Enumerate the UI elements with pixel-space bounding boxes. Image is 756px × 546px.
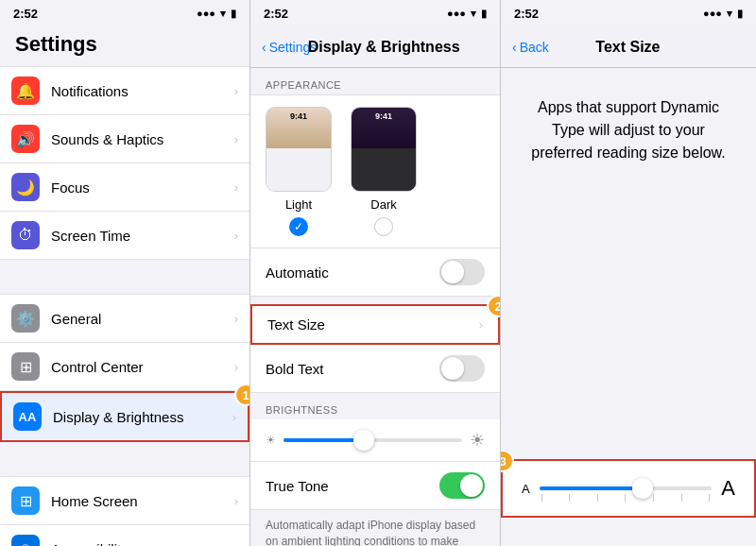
appearance-option-light[interactable]: 9:41 Light ✓ (266, 107, 332, 236)
sidebar-item-sounds[interactable]: 🔊 Sounds & Haptics › (0, 115, 249, 163)
status-icons-1: ●●● ▾ ▮ (197, 8, 236, 20)
step1-badge: 1 (234, 384, 249, 406)
text-slider-fill (540, 486, 644, 490)
appearance-container: 9:41 Light ✓ 9:41 Dark (250, 94, 500, 248)
text-size-row-wrapper: Text Size › 2 (250, 304, 500, 345)
battery-icon-3: ▮ (737, 8, 743, 20)
appearance-section-header: APPEARANCE (250, 68, 500, 94)
text-size-description: Apps that support Dynamic Type will adju… (501, 68, 756, 183)
appearance-option-dark[interactable]: 9:41 Dark (351, 107, 417, 236)
brightness-high-icon: ☀ (470, 430, 485, 451)
text-size-row[interactable]: Text Size › (250, 304, 500, 345)
battery-icon: ▮ (231, 8, 236, 20)
automatic-toggle[interactable] (439, 259, 485, 285)
dark-preview: 9:41 (351, 107, 417, 192)
chevron-icon: › (234, 132, 238, 146)
chevron-icon: › (234, 229, 238, 243)
status-icons-3: ●●● ▾ ▮ (703, 8, 743, 20)
panel2-scroll: APPEARANCE 9:41 Light ✓ 9:41 Dark (250, 68, 500, 546)
tick-5 (653, 494, 654, 502)
screen-time-label: Screen Time (51, 228, 234, 244)
panel2-nav: ‹ Settings Display & Brightness (250, 26, 500, 68)
sidebar-item-screen-time[interactable]: ⏱ Screen Time › (0, 212, 249, 260)
display-label: Display & Brightness (53, 409, 232, 425)
notifications-icon: 🔔 (11, 77, 40, 105)
general-icon: ⚙️ (11, 304, 40, 333)
light-preview: 9:41 (266, 107, 332, 192)
toggle-thumb (441, 261, 464, 283)
time-2: 2:52 (264, 7, 288, 21)
group-divider (0, 260, 249, 294)
chevron-icon: › (234, 494, 238, 508)
true-tone-toggle[interactable] (439, 472, 485, 499)
automatic-row[interactable]: Automatic (250, 248, 500, 297)
tick-2 (569, 494, 570, 502)
tick-4 (625, 494, 626, 502)
settings-title: Settings (0, 26, 249, 66)
notifications-label: Notifications (51, 83, 234, 99)
light-label: Light (285, 197, 312, 212)
sidebar-item-focus[interactable]: 🌙 Focus › (0, 163, 249, 212)
general-label: General (51, 311, 234, 327)
light-selection-dot: ✓ (289, 217, 308, 236)
time-1: 2:52 (13, 7, 38, 21)
battery-icon-2: ▮ (481, 8, 487, 20)
sidebar-item-notifications[interactable]: 🔔 Notifications › (0, 66, 249, 115)
status-bar-3: 2:52 ●●● ▾ ▮ (501, 0, 756, 26)
text-size-slider-container: 3 A A (501, 459, 756, 518)
brightness-slider[interactable] (284, 438, 462, 442)
tick-1 (541, 494, 542, 502)
control-center-label: Control Center (51, 359, 234, 375)
wifi-icon-2: ▾ (471, 8, 476, 20)
sidebar-item-control-center[interactable]: ⊞ Control Center › (0, 343, 249, 391)
text-size-slider[interactable] (540, 486, 713, 490)
chevron-icon: › (234, 360, 238, 374)
accessibility-icon: ☺ (11, 535, 40, 546)
text-size-label: Text Size (267, 316, 479, 333)
back-chevron-icon-2: ‹ (262, 40, 266, 55)
sounds-icon: 🔊 (11, 125, 40, 153)
wifi-icon: ▾ (220, 8, 226, 20)
bold-text-toggle[interactable] (439, 355, 485, 382)
automatic-label: Automatic (266, 264, 439, 281)
status-icons-2: ●●● ▾ ▮ (447, 8, 487, 20)
brightness-row: ☀ ☀ (250, 419, 500, 462)
settings-group-3: ⊞ Home Screen › ☺ Accessibility › 🌸 Wall… (0, 476, 249, 546)
display-brightness-panel: 2:52 ●●● ▾ ▮ ‹ Settings Display & Bright… (250, 0, 501, 546)
true-tone-row[interactable]: True Tone (250, 462, 500, 510)
sidebar-item-display[interactable]: AA Display & Brightness › 1 (0, 391, 249, 442)
dark-selection-dot (374, 217, 393, 236)
chevron-icon: › (232, 410, 236, 424)
chevron-icon: › (234, 180, 238, 195)
sidebar-item-accessibility[interactable]: ☺ Accessibility › (0, 525, 249, 546)
group-divider (0, 442, 249, 476)
focus-label: Focus (51, 179, 234, 196)
text-slider-small-a: A (522, 482, 530, 496)
bold-text-row[interactable]: Bold Text (250, 345, 500, 393)
chevron-icon: › (234, 542, 238, 547)
tick-marks (540, 494, 713, 502)
status-bar-2: 2:52 ●●● ▾ ▮ (250, 0, 500, 26)
sidebar-item-general[interactable]: ⚙️ General › (0, 294, 249, 343)
text-size-chevron-icon: › (479, 317, 483, 332)
brightness-fill (284, 438, 364, 442)
home-screen-icon: ⊞ (11, 486, 40, 515)
brightness-thumb (353, 430, 374, 451)
tick-7 (709, 494, 710, 502)
focus-icon: 🌙 (11, 173, 40, 201)
sidebar-item-home-screen[interactable]: ⊞ Home Screen › (0, 476, 249, 525)
step3-badge: 3 (501, 450, 514, 472)
settings-panel: 2:52 ●●● ▾ ▮ Settings 🔔 Notifications › … (0, 0, 250, 546)
text-size-panel: 2:52 ●●● ▾ ▮ ‹ Back Text Size Apps that … (501, 0, 756, 546)
true-tone-label: True Tone (266, 478, 439, 494)
tick-6 (681, 494, 682, 502)
accessibility-label: Accessibility (51, 541, 234, 547)
panel3-nav: ‹ Back Text Size (501, 26, 756, 68)
tick-3 (597, 494, 598, 502)
panel2-title: Display & Brightness (279, 39, 489, 56)
signal-icon: ●●● (197, 8, 215, 19)
time-3: 2:52 (514, 7, 539, 21)
settings-list: 🔔 Notifications › 🔊 Sounds & Haptics › 🌙… (0, 66, 249, 546)
chevron-icon: › (234, 312, 238, 326)
panel3-title: Text Size (511, 39, 745, 56)
